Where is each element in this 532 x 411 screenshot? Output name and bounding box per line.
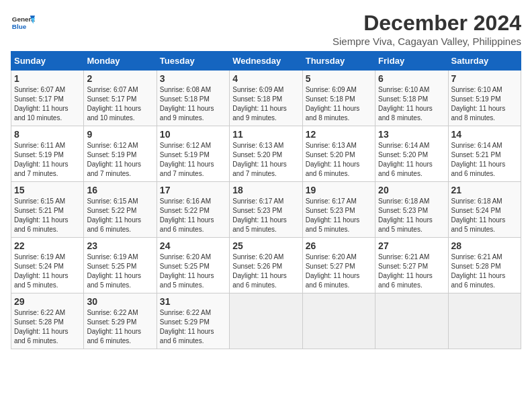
col-saturday: Saturday xyxy=(448,52,521,71)
day-info: Sunrise: 6:15 AMSunset: 5:21 PMDaylight:… xyxy=(14,197,81,234)
week-row-4: 22Sunrise: 6:19 AMSunset: 5:24 PMDayligh… xyxy=(11,238,521,293)
day-info: Sunrise: 6:13 AMSunset: 5:20 PMDaylight:… xyxy=(232,141,299,179)
calendar-cell: 27Sunrise: 6:21 AMSunset: 5:27 PMDayligh… xyxy=(375,238,448,293)
day-info: Sunrise: 6:20 AMSunset: 5:25 PMDaylight:… xyxy=(160,253,226,290)
day-info: Sunrise: 6:14 AMSunset: 5:20 PMDaylight:… xyxy=(378,141,445,179)
day-info: Sunrise: 6:07 AMSunset: 5:17 PMDaylight:… xyxy=(14,85,81,123)
col-tuesday: Tuesday xyxy=(157,52,229,71)
day-number: 15 xyxy=(14,185,81,195)
day-number: 11 xyxy=(232,129,299,140)
day-number: 24 xyxy=(160,240,226,251)
day-number: 20 xyxy=(378,185,445,195)
calendar-cell: 11Sunrise: 6:13 AMSunset: 5:20 PMDayligh… xyxy=(230,126,302,182)
week-row-1: 1Sunrise: 6:07 AMSunset: 5:17 PMDaylight… xyxy=(11,71,521,126)
day-number: 26 xyxy=(306,240,372,251)
day-info: Sunrise: 6:07 AMSunset: 5:17 PMDaylight:… xyxy=(87,85,153,123)
day-info: Sunrise: 6:15 AMSunset: 5:22 PMDaylight:… xyxy=(87,197,153,234)
day-info: Sunrise: 6:14 AMSunset: 5:21 PMDaylight:… xyxy=(451,141,518,179)
month-title: December 2024 xyxy=(332,11,521,36)
col-friday: Friday xyxy=(375,52,448,71)
subtitle: Siempre Viva, Cagayan Valley, Philippine… xyxy=(332,36,521,47)
day-number: 7 xyxy=(451,73,518,84)
calendar-cell: 29Sunrise: 6:22 AMSunset: 5:28 PMDayligh… xyxy=(11,293,84,349)
day-info: Sunrise: 6:12 AMSunset: 5:19 PMDaylight:… xyxy=(87,141,153,179)
calendar-cell: 22Sunrise: 6:19 AMSunset: 5:24 PMDayligh… xyxy=(11,238,84,293)
day-number: 22 xyxy=(14,240,81,251)
calendar-table: Sunday Monday Tuesday Wednesday Thursday… xyxy=(11,51,521,349)
day-info: Sunrise: 6:10 AMSunset: 5:18 PMDaylight:… xyxy=(378,85,445,123)
day-number: 2 xyxy=(87,73,153,84)
calendar-cell: 31Sunrise: 6:22 AMSunset: 5:29 PMDayligh… xyxy=(157,293,229,349)
calendar-cell: 18Sunrise: 6:17 AMSunset: 5:23 PMDayligh… xyxy=(230,182,302,238)
day-info: Sunrise: 6:22 AMSunset: 5:29 PMDaylight:… xyxy=(87,308,153,346)
day-number: 6 xyxy=(378,73,445,84)
day-number: 5 xyxy=(306,73,372,84)
day-number: 17 xyxy=(160,185,226,195)
header-row: Sunday Monday Tuesday Wednesday Thursday… xyxy=(11,52,521,71)
calendar-cell: 26Sunrise: 6:20 AMSunset: 5:27 PMDayligh… xyxy=(302,238,375,293)
day-info: Sunrise: 6:12 AMSunset: 5:19 PMDaylight:… xyxy=(160,141,226,179)
day-number: 27 xyxy=(378,240,445,251)
week-row-5: 29Sunrise: 6:22 AMSunset: 5:28 PMDayligh… xyxy=(11,293,521,349)
day-info: Sunrise: 6:08 AMSunset: 5:18 PMDaylight:… xyxy=(160,85,226,123)
calendar-cell: 4Sunrise: 6:09 AMSunset: 5:18 PMDaylight… xyxy=(230,71,302,126)
day-info: Sunrise: 6:21 AMSunset: 5:27 PMDaylight:… xyxy=(378,253,445,290)
day-info: Sunrise: 6:19 AMSunset: 5:25 PMDaylight:… xyxy=(87,253,153,290)
day-number: 18 xyxy=(232,185,299,195)
calendar-header: Sunday Monday Tuesday Wednesday Thursday… xyxy=(11,52,521,71)
calendar-cell: 30Sunrise: 6:22 AMSunset: 5:29 PMDayligh… xyxy=(84,293,157,349)
day-info: Sunrise: 6:13 AMSunset: 5:20 PMDaylight:… xyxy=(306,141,372,179)
calendar-cell: 24Sunrise: 6:20 AMSunset: 5:25 PMDayligh… xyxy=(157,238,229,293)
title-area: December 2024 Siempre Viva, Cagayan Vall… xyxy=(332,11,521,47)
calendar-cell: 1Sunrise: 6:07 AMSunset: 5:17 PMDaylight… xyxy=(11,71,84,126)
calendar-cell: 3Sunrise: 6:08 AMSunset: 5:18 PMDaylight… xyxy=(157,71,229,126)
calendar-cell: 17Sunrise: 6:16 AMSunset: 5:22 PMDayligh… xyxy=(157,182,229,238)
day-number: 19 xyxy=(306,185,372,195)
day-info: Sunrise: 6:18 AMSunset: 5:23 PMDaylight:… xyxy=(378,197,445,234)
day-number: 4 xyxy=(232,73,299,84)
calendar-cell xyxy=(448,293,521,349)
calendar-cell: 7Sunrise: 6:10 AMSunset: 5:19 PMDaylight… xyxy=(448,71,521,126)
day-info: Sunrise: 6:09 AMSunset: 5:18 PMDaylight:… xyxy=(232,85,299,123)
day-number: 30 xyxy=(87,296,153,307)
col-sunday: Sunday xyxy=(11,52,84,71)
day-number: 13 xyxy=(378,129,445,140)
col-thursday: Thursday xyxy=(302,52,375,71)
col-wednesday: Wednesday xyxy=(230,52,302,71)
calendar-cell: 16Sunrise: 6:15 AMSunset: 5:22 PMDayligh… xyxy=(84,182,157,238)
day-info: Sunrise: 6:17 AMSunset: 5:23 PMDaylight:… xyxy=(306,197,372,234)
day-info: Sunrise: 6:17 AMSunset: 5:23 PMDaylight:… xyxy=(232,197,299,234)
col-monday: Monday xyxy=(84,52,157,71)
day-number: 23 xyxy=(87,240,153,251)
day-number: 1 xyxy=(14,73,81,84)
svg-text:Blue: Blue xyxy=(12,23,27,30)
calendar-cell: 10Sunrise: 6:12 AMSunset: 5:19 PMDayligh… xyxy=(157,126,229,182)
day-info: Sunrise: 6:18 AMSunset: 5:24 PMDaylight:… xyxy=(451,197,518,234)
day-number: 3 xyxy=(160,73,226,84)
logo-icon: General Blue xyxy=(11,11,35,35)
day-info: Sunrise: 6:10 AMSunset: 5:19 PMDaylight:… xyxy=(451,85,518,123)
day-info: Sunrise: 6:16 AMSunset: 5:22 PMDaylight:… xyxy=(160,197,226,234)
day-number: 16 xyxy=(87,185,153,195)
calendar-cell: 23Sunrise: 6:19 AMSunset: 5:25 PMDayligh… xyxy=(84,238,157,293)
calendar-cell: 5Sunrise: 6:09 AMSunset: 5:18 PMDaylight… xyxy=(302,71,375,126)
day-info: Sunrise: 6:20 AMSunset: 5:27 PMDaylight:… xyxy=(306,253,372,290)
day-info: Sunrise: 6:20 AMSunset: 5:26 PMDaylight:… xyxy=(232,253,299,290)
day-number: 14 xyxy=(451,129,518,140)
day-info: Sunrise: 6:22 AMSunset: 5:29 PMDaylight:… xyxy=(160,308,226,346)
day-number: 8 xyxy=(14,129,81,140)
calendar-cell: 25Sunrise: 6:20 AMSunset: 5:26 PMDayligh… xyxy=(230,238,302,293)
calendar-cell: 12Sunrise: 6:13 AMSunset: 5:20 PMDayligh… xyxy=(302,126,375,182)
calendar-cell: 14Sunrise: 6:14 AMSunset: 5:21 PMDayligh… xyxy=(448,126,521,182)
day-info: Sunrise: 6:11 AMSunset: 5:19 PMDaylight:… xyxy=(14,141,81,179)
day-info: Sunrise: 6:22 AMSunset: 5:28 PMDaylight:… xyxy=(14,308,81,346)
calendar-cell xyxy=(375,293,448,349)
day-number: 21 xyxy=(451,185,518,195)
day-number: 31 xyxy=(160,296,226,307)
day-number: 10 xyxy=(160,129,226,140)
day-number: 29 xyxy=(14,296,81,307)
calendar-cell: 8Sunrise: 6:11 AMSunset: 5:19 PMDaylight… xyxy=(11,126,84,182)
calendar-cell: 21Sunrise: 6:18 AMSunset: 5:24 PMDayligh… xyxy=(448,182,521,238)
week-row-3: 15Sunrise: 6:15 AMSunset: 5:21 PMDayligh… xyxy=(11,182,521,238)
logo: General Blue xyxy=(11,11,35,35)
